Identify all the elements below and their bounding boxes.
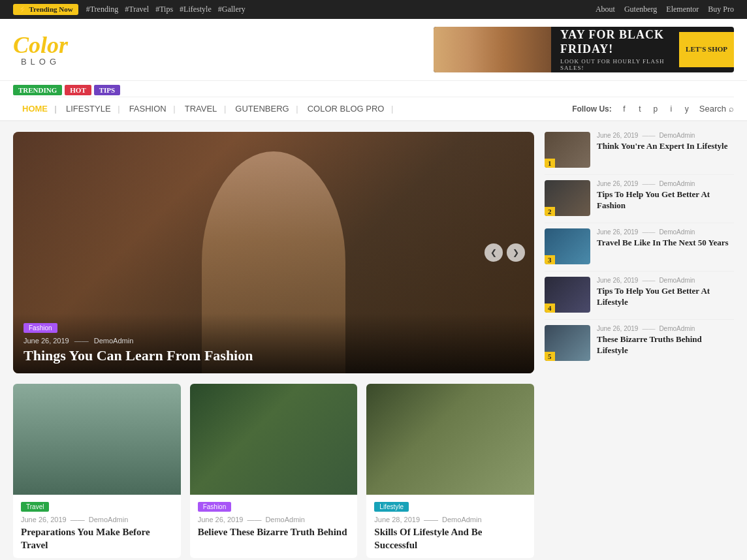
tag-lifestyle[interactable]: #Lifestyle — [180, 5, 212, 14]
card-1-author: DemoAdmin — [89, 516, 129, 523]
card-2-body: Fashion June 26, 2019 —— DemoAdmin Belie… — [190, 495, 358, 546]
banner-cta-button[interactable]: LET'S SHOP — [679, 32, 734, 67]
nav-about[interactable]: About — [596, 5, 615, 14]
logo-text: Color — [13, 33, 68, 57]
sidebar-item-4-title[interactable]: Tips To Help You Get Better At Lifestyle — [597, 286, 734, 308]
pinterest-icon[interactable]: p — [650, 103, 661, 115]
sidebar-divider-2 — [545, 223, 734, 223]
content-area: ❮ ❯ Fashion June 26, 2019 —— DemoAdmin T… — [13, 132, 534, 558]
nav-tab-trending[interactable]: TRENDING — [13, 85, 62, 95]
sidebar: 1 June 26, 2019 —— DemoAdmin Think You'r… — [545, 132, 734, 558]
sidebar-divider-1 — [545, 174, 734, 175]
nav-tabs: TRENDING HOT TIPS — [13, 81, 734, 97]
sidebar-item-1-dash: —— — [642, 132, 655, 139]
instagram-icon[interactable]: i — [665, 103, 677, 115]
nav-home[interactable]: HOME — [13, 101, 57, 116]
social-icons: f t p i y — [618, 103, 693, 115]
sidebar-item-2-dash: —— — [642, 180, 655, 187]
sidebar-item-1-title[interactable]: Think You're An Expert In Lifestyle — [597, 141, 734, 152]
banner-ad: YAY FOR BLACK FRIDAY! LOOK OUT FOR HOURL… — [434, 27, 734, 72]
hero-category-badge[interactable]: Fashion — [24, 323, 57, 333]
sidebar-item-4: 4 June 26, 2019 —— DemoAdmin Tips To Hel… — [545, 277, 734, 313]
nav-tab-tips[interactable]: TIPS — [94, 85, 120, 95]
sidebar-item-4-dash: —— — [642, 277, 655, 284]
banner-text: YAY FOR BLACK FRIDAY! LOOK OUT FOR HOURL… — [551, 27, 679, 72]
card-2-author: DemoAdmin — [265, 516, 305, 523]
sidebar-item-5: 5 June 26, 2019 —— DemoAdmin These Bizar… — [545, 325, 734, 361]
sidebar-item-5-dash: —— — [642, 325, 655, 332]
card-1-title[interactable]: Preparations You Make Before Travel — [21, 526, 173, 552]
sidebar-item-3-date: June 26, 2019 — [597, 228, 638, 236]
card-3-badge[interactable]: Lifestyle — [374, 502, 409, 512]
sidebar-item-1-meta: June 26, 2019 —— DemoAdmin — [597, 132, 734, 139]
nav-wrapper: TRENDING HOT TIPS HOME LIFESTYLE FASHION… — [0, 81, 747, 121]
nav-lifestyle[interactable]: LIFESTYLE — [57, 101, 120, 116]
hero-meta: June 26, 2019 —— DemoAdmin — [24, 337, 524, 345]
youtube-icon[interactable]: y — [681, 103, 693, 115]
nav-fashion[interactable]: FASHION — [120, 101, 176, 116]
sidebar-item-3: 3 June 26, 2019 —— DemoAdmin Travel Be L… — [545, 228, 734, 264]
nav-elementor[interactable]: Elementor — [666, 5, 699, 14]
sidebar-item-3-num: 3 — [545, 255, 555, 264]
sidebar-item-3-title[interactable]: Travel Be Like In The Next 50 Years — [597, 238, 734, 249]
tag-gallery[interactable]: #Gallery — [218, 5, 246, 14]
card-1-dash: —— — [71, 516, 85, 523]
card-3-image — [366, 384, 534, 495]
sidebar-item-2-num: 2 — [545, 207, 555, 216]
sidebar-item-1-date: June 26, 2019 — [597, 132, 638, 139]
sidebar-item-2-meta: June 26, 2019 —— DemoAdmin — [597, 180, 734, 187]
header: Color BLOG YAY FOR BLACK FRIDAY! LOOK OU… — [0, 19, 747, 81]
logo[interactable]: Color BLOG — [13, 33, 68, 67]
sidebar-item-4-meta: June 26, 2019 —— DemoAdmin — [597, 277, 734, 284]
card-1-badge[interactable]: Travel — [21, 502, 49, 512]
hero-prev-button[interactable]: ❮ — [485, 243, 503, 262]
top-bar-right: About Gutenberg Elementor Buy Pro — [596, 5, 734, 14]
card-2-badge[interactable]: Fashion — [198, 502, 232, 512]
nav-buy-pro[interactable]: Buy Pro — [708, 5, 734, 14]
tag-trending[interactable]: #Trending — [86, 5, 119, 14]
search-label: Search — [699, 104, 726, 114]
twitter-icon[interactable]: t — [634, 103, 646, 115]
nav-travel[interactable]: TRAVEL — [176, 101, 227, 116]
banner-title: YAY FOR BLACK FRIDAY! — [560, 28, 670, 56]
sidebar-item-5-title[interactable]: These Bizarre Truths Behind Lifestyle — [597, 334, 734, 356]
card-3-meta: June 28, 2019 —— DemoAdmin — [374, 516, 526, 523]
search-button[interactable]: Search ⌕ — [699, 104, 734, 114]
nav-color-blog-pro[interactable]: COLOR BLOG PRO — [298, 101, 394, 116]
card-3-title[interactable]: Skills Of Lifestyle And Be Successful — [374, 526, 526, 552]
sidebar-item-5-author: DemoAdmin — [659, 325, 695, 332]
sidebar-item-5-image: 5 — [545, 325, 590, 361]
hero-title[interactable]: Things You Can Learn From Fashion — [24, 347, 524, 364]
hero-next-button[interactable]: ❯ — [507, 243, 525, 262]
sidebar-item-4-date: June 26, 2019 — [597, 277, 638, 284]
nav-right: Follow Us: f t p i y Search ⌕ — [572, 103, 734, 115]
card-3: Lifestyle June 28, 2019 —— DemoAdmin Ski… — [366, 384, 534, 558]
sidebar-item-2-title[interactable]: Tips To Help You Get Better At Fashion — [597, 189, 734, 211]
card-2: Fashion June 26, 2019 —— DemoAdmin Belie… — [190, 384, 358, 558]
search-icon: ⌕ — [729, 104, 734, 114]
sidebar-divider-3 — [545, 271, 734, 272]
sidebar-item-2-content: June 26, 2019 —— DemoAdmin Tips To Help … — [597, 180, 734, 211]
tag-travel[interactable]: #Travel — [125, 5, 149, 14]
card-2-dash: —— — [247, 516, 261, 523]
hero-dash: —— — [74, 337, 89, 345]
sidebar-item-5-content: June 26, 2019 —— DemoAdmin These Bizarre… — [597, 325, 734, 356]
nav-tab-hot[interactable]: HOT — [65, 85, 91, 95]
sidebar-item-4-content: June 26, 2019 —— DemoAdmin Tips To Help … — [597, 277, 734, 308]
card-2-title[interactable]: Believe These Bizarre Truth Behind — [198, 526, 350, 539]
hero-overlay: Fashion June 26, 2019 —— DemoAdmin Thing… — [13, 313, 534, 373]
tag-tips[interactable]: #Tips — [155, 5, 173, 14]
sidebar-item-5-date: June 26, 2019 — [597, 325, 638, 332]
banner-image-inner — [434, 27, 551, 72]
nav-gutenberg[interactable]: GUTENBERG — [226, 101, 298, 116]
card-3-date: June 28, 2019 — [374, 516, 420, 523]
card-2-image — [190, 384, 358, 495]
main-nav: HOME LIFESTYLE FASHION TRAVEL GUTENBERG … — [13, 97, 734, 120]
card-3-dash: —— — [424, 516, 438, 523]
card-1-body: Travel June 26, 2019 —— DemoAdmin Prepar… — [13, 495, 181, 558]
sidebar-item-1-author: DemoAdmin — [659, 132, 695, 139]
banner-subtitle: LOOK OUT FOR HOURLY FLASH SALES! — [560, 58, 670, 71]
nav-gutenberg[interactable]: Gutenberg — [624, 5, 657, 14]
logo-sub: BLOG — [21, 57, 60, 67]
facebook-icon[interactable]: f — [618, 103, 630, 115]
